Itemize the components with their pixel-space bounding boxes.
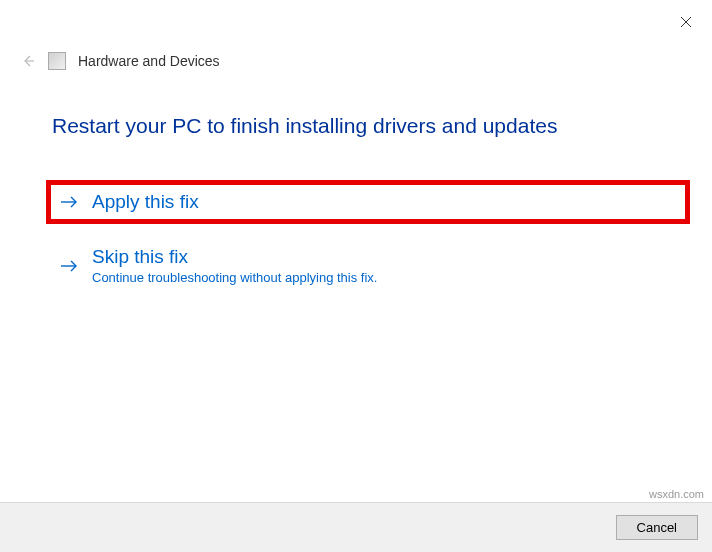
- window-title: Hardware and Devices: [78, 53, 220, 69]
- back-arrow-icon: [20, 53, 36, 69]
- skip-fix-option[interactable]: Skip this fix Continue troubleshooting w…: [60, 246, 377, 285]
- main-heading: Restart your PC to finish installing dri…: [52, 114, 557, 138]
- cancel-button[interactable]: Cancel: [616, 515, 698, 540]
- apply-fix-option[interactable]: Apply this fix: [46, 180, 690, 224]
- arrow-right-icon: [60, 246, 78, 285]
- footer: Cancel: [0, 502, 712, 552]
- watermark: wsxdn.com: [649, 488, 704, 500]
- skip-fix-label: Skip this fix: [92, 246, 377, 268]
- arrow-right-icon: [60, 194, 78, 210]
- apply-fix-label: Apply this fix: [92, 191, 199, 213]
- skip-fix-description: Continue troubleshooting without applyin…: [92, 270, 377, 285]
- close-icon: [680, 16, 692, 28]
- close-button[interactable]: [678, 14, 694, 30]
- troubleshooter-icon: [48, 52, 66, 70]
- header: Hardware and Devices: [20, 52, 220, 70]
